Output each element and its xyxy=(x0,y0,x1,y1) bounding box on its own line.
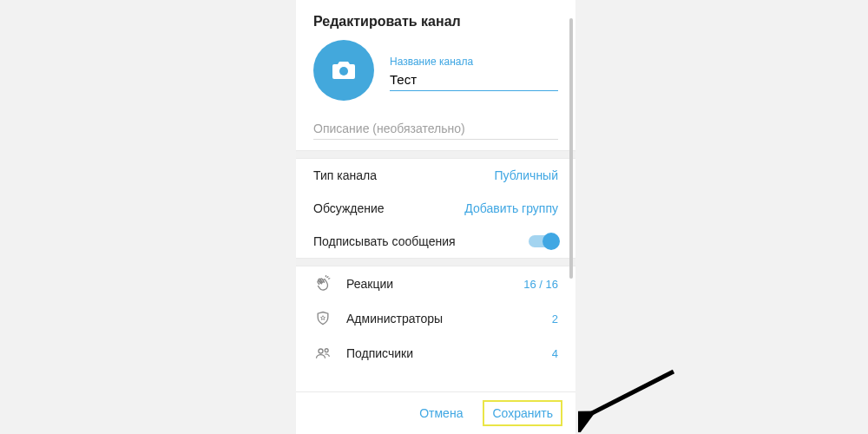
reactions-count: 16 / 16 xyxy=(523,278,558,291)
discussion-value: Добавить группу xyxy=(464,201,558,215)
reactions-label: Реакции xyxy=(346,277,510,291)
description-input[interactable] xyxy=(313,118,558,140)
reactions-row[interactable]: Реакции 16 / 16 xyxy=(296,266,575,301)
channel-type-row[interactable]: Тип канала Публичный xyxy=(296,159,575,192)
edit-channel-dialog: Редактировать канал Название канала Тип … xyxy=(296,0,575,434)
subscribers-count: 4 xyxy=(552,347,558,360)
channel-header-section: Название канала xyxy=(296,36,575,115)
save-button[interactable]: Сохранить xyxy=(483,401,562,425)
section-divider xyxy=(296,150,575,159)
channel-type-value: Публичный xyxy=(494,168,558,182)
subscribers-label: Подписчики xyxy=(346,346,538,360)
cancel-button[interactable]: Отмена xyxy=(411,401,471,425)
channel-name-field[interactable]: Название канала xyxy=(390,50,558,91)
discussion-label: Обсуждение xyxy=(313,201,385,215)
sign-messages-row[interactable]: Подписывать сообщения xyxy=(296,225,575,258)
channel-name-label: Название канала xyxy=(390,56,558,68)
description-field[interactable] xyxy=(296,115,575,150)
admins-row[interactable]: Администраторы 2 xyxy=(296,301,575,336)
svg-point-0 xyxy=(339,67,348,76)
sign-messages-label: Подписывать сообщения xyxy=(313,234,456,248)
admins-count: 2 xyxy=(552,312,558,326)
svg-point-2 xyxy=(325,349,328,352)
shield-star-icon xyxy=(313,310,332,327)
channel-type-label: Тип канала xyxy=(313,168,377,182)
camera-icon xyxy=(331,58,357,83)
admins-label: Администраторы xyxy=(346,312,538,326)
dialog-title: Редактировать канал xyxy=(296,0,575,36)
people-icon xyxy=(313,345,332,362)
subscribers-row[interactable]: Подписчики 4 xyxy=(296,336,575,371)
section-divider xyxy=(296,258,575,266)
svg-line-3 xyxy=(589,372,674,415)
discussion-row[interactable]: Обсуждение Добавить группу xyxy=(296,192,575,225)
sign-messages-toggle[interactable] xyxy=(529,235,558,247)
svg-point-1 xyxy=(319,349,323,353)
dialog-scroll-area: Редактировать канал Название канала Тип … xyxy=(296,0,575,391)
annotation-arrow-icon xyxy=(578,363,682,432)
channel-photo-button[interactable] xyxy=(313,40,374,101)
wave-icon xyxy=(313,275,332,293)
scrollbar-thumb[interactable] xyxy=(569,18,573,279)
channel-name-input[interactable] xyxy=(390,69,558,91)
dialog-footer: Отмена Сохранить xyxy=(296,391,575,434)
